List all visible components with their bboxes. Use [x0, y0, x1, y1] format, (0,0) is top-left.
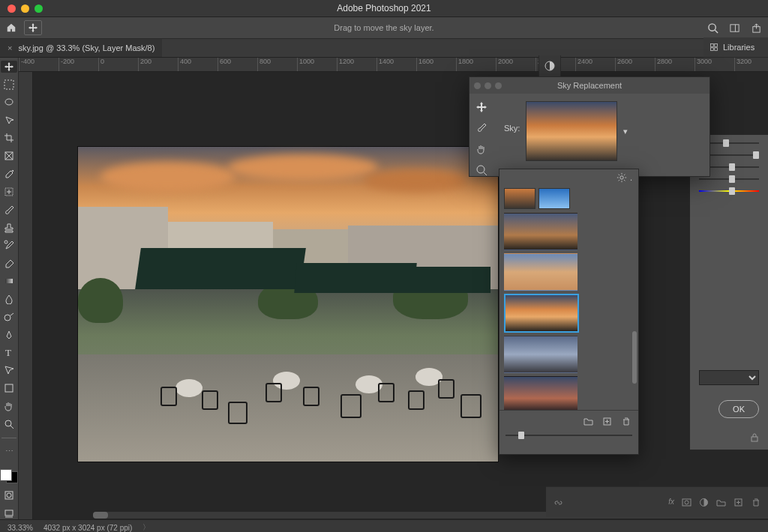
libraries-icon — [710, 43, 718, 52]
libraries-panel-header[interactable]: Libraries — [704, 37, 768, 58]
sky-preset-selected[interactable] — [504, 294, 579, 333]
picker-menu-icon[interactable]: . — [630, 173, 632, 182]
svg-point-17 — [5, 420, 11, 426]
sky-preview-thumbnail[interactable] — [526, 101, 617, 161]
svg-line-14 — [10, 313, 14, 315]
sky-preset-list[interactable] — [500, 211, 638, 410]
lock-icon[interactable] — [750, 433, 759, 442]
document-tab-label: sky.jpg @ 33.3% (Sky, Layer Mask/8) — [18, 43, 154, 52]
svg-rect-26 — [715, 48, 718, 51]
move-tool[interactable] — [1, 61, 17, 73]
close-tab-icon[interactable]: × — [8, 43, 12, 52]
mask-icon[interactable] — [682, 498, 692, 507]
new-preset-icon[interactable] — [602, 417, 612, 426]
svg-point-34 — [685, 501, 688, 504]
screen-mode-icon[interactable] — [1, 507, 17, 519]
svg-rect-2 — [730, 24, 739, 31]
svg-point-29 — [477, 166, 484, 173]
adjustments-icon[interactable] — [544, 60, 556, 72]
svg-rect-16 — [5, 384, 13, 392]
chevron-down-icon[interactable]: ▾ — [623, 127, 628, 136]
path-tool[interactable] — [1, 364, 17, 376]
eraser-tool[interactable] — [1, 257, 17, 269]
frame-tool[interactable] — [1, 150, 17, 162]
foreground-color-swatch[interactable] — [0, 469, 12, 481]
dialog-hand-tool[interactable] — [476, 143, 488, 155]
type-tool[interactable]: T — [1, 347, 17, 359]
picker-scrollbar[interactable] — [629, 211, 637, 410]
macos-titlebar: Adobe Photoshop 2021 — [0, 0, 768, 17]
zoom-window-icon[interactable] — [34, 4, 43, 13]
fx-icon[interactable]: fx — [668, 498, 674, 507]
document-tab[interactable]: × sky.jpg @ 33.3% (Sky, Layer Mask/8) — [0, 39, 162, 57]
group-icon[interactable] — [716, 498, 726, 507]
app-title: Adobe Photoshop 2021 — [0, 3, 768, 13]
move-tool-icon[interactable] — [24, 20, 42, 35]
hand-tool[interactable] — [1, 400, 17, 412]
pen-tool[interactable] — [1, 329, 17, 341]
history-brush-tool[interactable] — [1, 239, 17, 251]
minimize-window-icon[interactable] — [21, 4, 29, 13]
eyedropper-tool[interactable] — [1, 168, 17, 180]
share-icon[interactable] — [751, 22, 762, 34]
photo-preview — [78, 147, 498, 462]
ruler-horizontal[interactable]: -400-20002004006008001000120014001600180… — [19, 58, 768, 72]
close-window-icon[interactable] — [8, 4, 16, 13]
sky-preset[interactable] — [504, 336, 578, 373]
window-controls[interactable] — [8, 4, 43, 13]
healing-tool[interactable] — [1, 186, 17, 198]
svg-rect-33 — [682, 499, 691, 506]
temperature-slider[interactable] — [699, 178, 759, 180]
ruler-vertical[interactable] — [19, 72, 33, 519]
dialog-zoom-tool[interactable] — [476, 164, 488, 176]
new-layer-icon[interactable] — [734, 498, 743, 507]
selection-tool[interactable] — [1, 115, 17, 127]
workspace-icon[interactable] — [729, 22, 740, 34]
search-icon[interactable] — [707, 22, 718, 34]
svg-point-13 — [4, 315, 10, 321]
adjustment-icon[interactable] — [699, 498, 709, 507]
quick-mask-icon[interactable] — [1, 489, 17, 501]
dialog-title: Sky Replacement — [557, 81, 622, 90]
color-swatches[interactable] — [0, 469, 18, 483]
color-adjust-slider[interactable] — [699, 190, 759, 192]
output-select[interactable] — [699, 370, 759, 385]
dialog-move-tool[interactable] — [476, 101, 488, 113]
brush-tool[interactable] — [1, 204, 17, 216]
svg-point-20 — [7, 493, 11, 498]
edit-toolbar-icon[interactable]: ⋯ — [1, 446, 17, 458]
lasso-tool[interactable] — [1, 97, 17, 109]
folder-icon[interactable] — [584, 417, 593, 426]
stamp-tool[interactable] — [1, 222, 17, 234]
shape-tool[interactable] — [1, 382, 17, 394]
category-sunset[interactable] — [504, 188, 536, 209]
marquee-tool[interactable] — [1, 79, 17, 91]
dialog-brush-tool[interactable] — [476, 122, 488, 134]
link-icon[interactable] — [554, 498, 563, 507]
svg-point-0 — [709, 23, 716, 30]
svg-line-1 — [715, 30, 718, 33]
crop-tool[interactable] — [1, 132, 17, 144]
thumbnail-size-slider[interactable] — [500, 432, 638, 454]
zoom-tool[interactable] — [1, 418, 17, 430]
svg-text:T: T — [5, 347, 11, 357]
sky-preset[interactable] — [504, 213, 578, 250]
gear-icon[interactable] — [616, 172, 627, 183]
dialog-titlebar[interactable]: Sky Replacement — [470, 77, 710, 94]
ok-button[interactable]: OK — [718, 400, 759, 418]
sky-preset[interactable] — [504, 253, 578, 291]
svg-point-6 — [5, 99, 13, 105]
svg-rect-28 — [752, 437, 758, 441]
category-blue[interactable] — [538, 188, 570, 209]
sky-picker-flyout: . — [499, 169, 639, 455]
gradient-tool[interactable] — [1, 275, 17, 287]
status-chevron-icon[interactable]: 〉 — [142, 522, 150, 532]
blur-tool[interactable] — [1, 293, 17, 305]
dodge-tool[interactable] — [1, 311, 17, 323]
trash-icon[interactable] — [621, 417, 631, 426]
document-dimensions: 4032 px x 3024 px (72 ppi) — [44, 524, 132, 532]
sky-preset[interactable] — [504, 376, 578, 410]
home-icon[interactable] — [6, 22, 16, 33]
zoom-level[interactable]: 33.33% — [8, 524, 33, 532]
delete-icon[interactable] — [751, 498, 760, 507]
